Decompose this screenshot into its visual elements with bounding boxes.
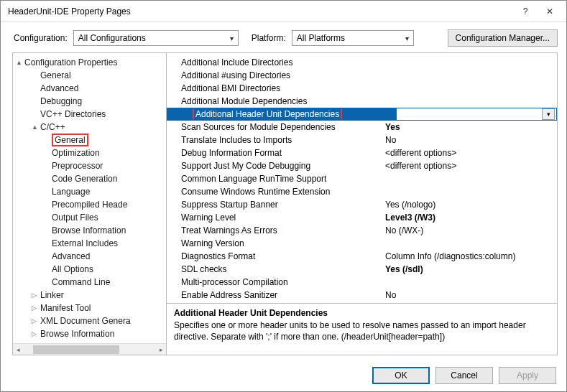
- tree-item[interactable]: Command Line: [13, 276, 166, 289]
- tree-item[interactable]: Precompiled Heade: [13, 198, 166, 211]
- close-icon[interactable]: ✕: [538, 2, 562, 21]
- tree-item-label: C/C++: [40, 122, 65, 132]
- tree-item-label: XML Document Genera: [40, 316, 131, 326]
- property-row[interactable]: Warning LevelLevel3 (/W3): [167, 211, 557, 224]
- tree-item[interactable]: ▲Configuration Properties: [13, 56, 166, 69]
- tree-item[interactable]: Browse Information: [13, 224, 166, 237]
- tree-item[interactable]: ▷XML Document Genera: [13, 314, 166, 327]
- property-value: Yes: [382, 122, 557, 132]
- chevron-down-icon: ▾: [230, 34, 234, 42]
- tree-item[interactable]: Optimization: [13, 146, 166, 159]
- tree-panel: ▲Configuration PropertiesGeneralAdvanced…: [13, 53, 167, 355]
- property-name: Additional #using Directories: [167, 70, 382, 80]
- tree-item-label: Command Line: [52, 277, 110, 287]
- tree-item-label: All Options: [52, 264, 93, 274]
- property-name: SDL checks: [167, 264, 382, 274]
- property-name: Warning Version: [167, 238, 382, 248]
- property-row[interactable]: Additional #using Directories: [167, 69, 557, 82]
- description-title: Additional Header Unit Dependencies: [174, 308, 550, 318]
- property-value: No: [382, 290, 557, 300]
- property-row[interactable]: Multi-processor Compilation: [167, 276, 557, 289]
- tree-item[interactable]: Language: [13, 185, 166, 198]
- property-value: Yes (/sdl): [382, 264, 557, 274]
- description-box: Additional Header Unit Dependencies Spec…: [167, 303, 557, 355]
- apply-button[interactable]: Apply: [499, 367, 556, 384]
- tree-item[interactable]: All Options: [13, 263, 166, 276]
- tree-item-label: VC++ Directories: [40, 109, 106, 119]
- chevron-down-icon[interactable]: ▾: [542, 108, 555, 120]
- tree-item-label: Advanced: [52, 251, 90, 261]
- tree-item-label: Precompiled Heade: [52, 200, 127, 210]
- property-name: Support Just My Code Debugging: [167, 161, 382, 171]
- expand-icon: ▷: [32, 304, 40, 312]
- property-row[interactable]: Scan Sources for Module DependenciesYes: [167, 121, 557, 134]
- property-row[interactable]: Treat Warnings As ErrorsNo (/WX-): [167, 224, 557, 237]
- property-name: Scan Sources for Module Dependencies: [167, 122, 382, 132]
- scroll-right-icon[interactable]: ▸: [156, 345, 166, 355]
- property-row[interactable]: SDL checksYes (/sdl): [167, 263, 557, 276]
- scrollbar-thumb[interactable]: [33, 345, 119, 354]
- main-panel: ▲Configuration PropertiesGeneralAdvanced…: [12, 52, 558, 355]
- tree-item-label: Output Files: [52, 213, 98, 223]
- tree-item-label: Language: [52, 187, 90, 197]
- property-value: No: [382, 135, 557, 145]
- property-row[interactable]: Translate Includes to ImportsNo: [167, 134, 557, 146]
- property-name: Additional BMI Directories: [167, 83, 382, 93]
- property-value-cell[interactable]: ▾: [396, 108, 558, 121]
- help-icon[interactable]: ?: [513, 2, 538, 21]
- configuration-value: All Configurations: [78, 33, 146, 43]
- expand-icon: ▲: [16, 59, 24, 66]
- tree-item[interactable]: Output Files: [13, 211, 166, 224]
- title-bar: HeaderUnit-IDE Property Pages ? ✕: [1, 1, 566, 22]
- property-row[interactable]: Additional Header Unit Dependencies▾: [167, 108, 557, 121]
- property-row[interactable]: Warning Version: [167, 237, 557, 250]
- property-row[interactable]: Support Just My Code Debugging<different…: [167, 159, 557, 172]
- tree-item[interactable]: External Includes: [13, 237, 166, 250]
- property-row[interactable]: Diagnostics FormatColumn Info (/diagnost…: [167, 250, 557, 263]
- property-panel: Additional Include DirectoriesAdditional…: [167, 53, 557, 355]
- tree-item[interactable]: ▷Browse Information: [13, 327, 166, 340]
- tree-item-label: Optimization: [52, 148, 100, 158]
- platform-dropdown[interactable]: All Platforms ▾: [292, 30, 414, 46]
- property-value: Level3 (/W3): [382, 213, 557, 223]
- property-name: Translate Includes to Imports: [167, 135, 382, 145]
- property-list: Additional Include DirectoriesAdditional…: [167, 53, 557, 303]
- configuration-manager-button[interactable]: Configuration Manager...: [448, 29, 558, 47]
- ok-button[interactable]: OK: [372, 367, 430, 384]
- tree-item[interactable]: Preprocessor: [13, 159, 166, 172]
- tree-item[interactable]: ▷Linker: [13, 289, 166, 302]
- property-row[interactable]: Additional Include Directories: [167, 56, 557, 69]
- cancel-button[interactable]: Cancel: [435, 367, 493, 384]
- description-text: Specifies one or more header units to be…: [174, 319, 550, 342]
- configuration-dropdown[interactable]: All Configurations ▾: [73, 30, 239, 46]
- property-row[interactable]: Debug Information Format<different optio…: [167, 146, 557, 159]
- tree-item-label: Browse Information: [52, 225, 126, 235]
- tree-item[interactable]: General: [13, 134, 166, 146]
- property-row[interactable]: Consume Windows Runtime Extension: [167, 185, 557, 198]
- property-name: Additional Include Directories: [167, 57, 382, 67]
- property-value: <different options>: [382, 148, 557, 158]
- tree-item-label: Linker: [40, 290, 64, 300]
- property-row[interactable]: Additional BMI Directories: [167, 82, 557, 95]
- property-row[interactable]: Common Language RunTime Support: [167, 172, 557, 185]
- tree-item[interactable]: ▷Manifest Tool: [13, 302, 166, 314]
- property-row[interactable]: Suppress Startup BannerYes (/nologo): [167, 198, 557, 211]
- horizontal-scrollbar[interactable]: ◂ ▸: [13, 343, 166, 355]
- property-name: Common Language RunTime Support: [167, 174, 382, 184]
- tree-item[interactable]: VC++ Directories: [13, 108, 166, 121]
- tree-item[interactable]: Advanced: [13, 250, 166, 263]
- property-name: Debug Information Format: [167, 148, 382, 158]
- tree-item[interactable]: ▲C/C++: [13, 121, 166, 134]
- property-row[interactable]: Enable Address SanitizerNo: [167, 289, 557, 302]
- tree-item-label: Advanced: [40, 83, 78, 93]
- property-value: Column Info (/diagnostics:column): [382, 251, 557, 261]
- tree-item[interactable]: Code Generation: [13, 172, 166, 185]
- tree-item[interactable]: General: [13, 69, 166, 82]
- property-name: Enable Address Sanitizer: [167, 290, 382, 300]
- scroll-left-icon[interactable]: ◂: [13, 345, 23, 355]
- tree-item[interactable]: Debugging: [13, 95, 166, 108]
- tree-item-label: Configuration Properties: [24, 57, 117, 67]
- tree-item[interactable]: Advanced: [13, 82, 166, 95]
- property-row[interactable]: Additional Module Dependencies: [167, 95, 557, 108]
- configuration-label: Configuration:: [14, 33, 68, 43]
